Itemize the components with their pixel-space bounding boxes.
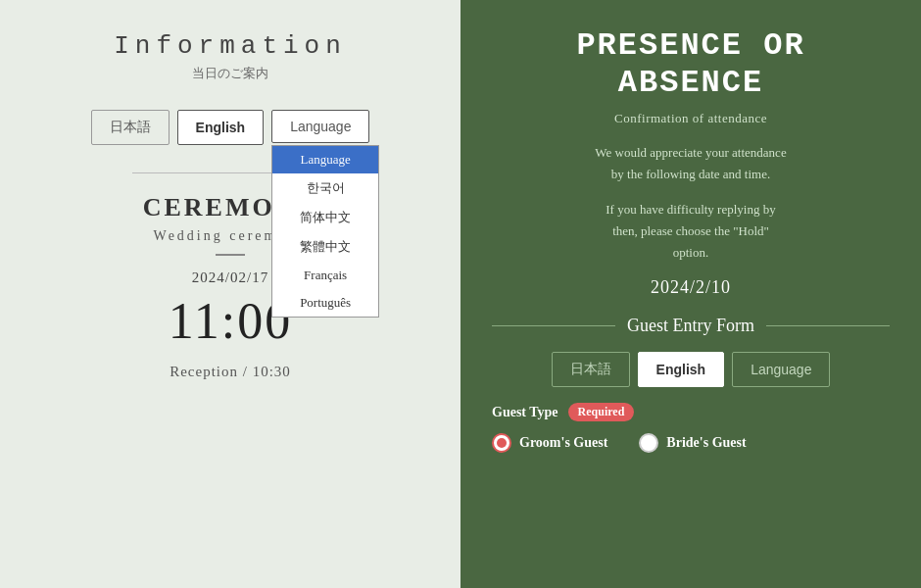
dropdown-item-simplified-chinese[interactable]: 简体中文 bbox=[272, 203, 378, 232]
right-language-buttons-group: 日本語 English Language bbox=[492, 352, 890, 387]
left-title: Information bbox=[114, 31, 347, 61]
lang-btn-language[interactable]: Language bbox=[271, 110, 369, 143]
dropdown-item-traditional-chinese[interactable]: 繁體中文 bbox=[272, 232, 378, 262]
guest-entry-header: Guest Entry Form bbox=[492, 316, 890, 336]
radio-circle-bride[interactable] bbox=[639, 433, 658, 453]
radio-option-groom[interactable]: Groom's Guest bbox=[492, 433, 607, 453]
guest-type-label: Guest Type bbox=[492, 405, 558, 420]
dropdown-item-french[interactable]: Français bbox=[272, 262, 378, 289]
radio-options-row: Groom's Guest Bride's Guest bbox=[492, 433, 890, 453]
reception-text: Reception / 10:30 bbox=[170, 364, 291, 380]
left-panel: Information 当日のご案内 日本語 English Language … bbox=[0, 0, 460, 588]
short-divider bbox=[216, 254, 245, 256]
right-lang-btn-english[interactable]: English bbox=[638, 352, 725, 387]
confirmation-text: Confirmation of attendance bbox=[614, 111, 767, 126]
right-panel: PRESENCE OR ABSENCE Confirmation of atte… bbox=[460, 0, 921, 588]
right-lang-btn-language[interactable]: Language bbox=[732, 352, 830, 387]
language-buttons-group: 日本語 English Language Language 한국어 简体中文 繁… bbox=[91, 110, 370, 145]
attendance-message: We would appreciate your attendance by t… bbox=[595, 142, 786, 185]
right-lang-btn-japanese[interactable]: 日本語 bbox=[552, 352, 630, 387]
dropdown-item-korean[interactable]: 한국어 bbox=[272, 173, 378, 203]
hold-message: If you have difficulty replying by then,… bbox=[606, 199, 775, 264]
entry-line-right bbox=[766, 325, 890, 326]
left-subtitle: 当日のご案内 bbox=[192, 65, 268, 82]
radio-circle-groom[interactable] bbox=[492, 433, 511, 453]
dropdown-item-portuguese[interactable]: Português bbox=[272, 289, 378, 317]
ceremony-date: 2024/02/17 bbox=[192, 270, 268, 286]
presence-title: PRESENCE OR ABSENCE bbox=[576, 27, 804, 103]
guest-entry-label: Guest Entry Form bbox=[627, 316, 754, 336]
language-dropdown-wrapper: Language Language 한국어 简体中文 繁體中文 Français… bbox=[271, 110, 369, 145]
radio-label-groom: Groom's Guest bbox=[519, 435, 607, 451]
dropdown-item-language[interactable]: Language bbox=[272, 146, 378, 173]
lang-btn-japanese[interactable]: 日本語 bbox=[91, 110, 170, 145]
lang-btn-english[interactable]: English bbox=[177, 110, 265, 145]
event-date: 2024/2/10 bbox=[651, 277, 731, 298]
guest-type-row: Guest Type Required bbox=[492, 403, 890, 421]
radio-option-bride[interactable]: Bride's Guest bbox=[639, 433, 746, 453]
radio-label-bride: Bride's Guest bbox=[666, 435, 746, 451]
entry-line-left bbox=[492, 325, 615, 326]
required-badge: Required bbox=[568, 403, 635, 421]
language-dropdown-menu: Language 한국어 简体中文 繁體中文 Français Portuguê… bbox=[271, 145, 379, 318]
